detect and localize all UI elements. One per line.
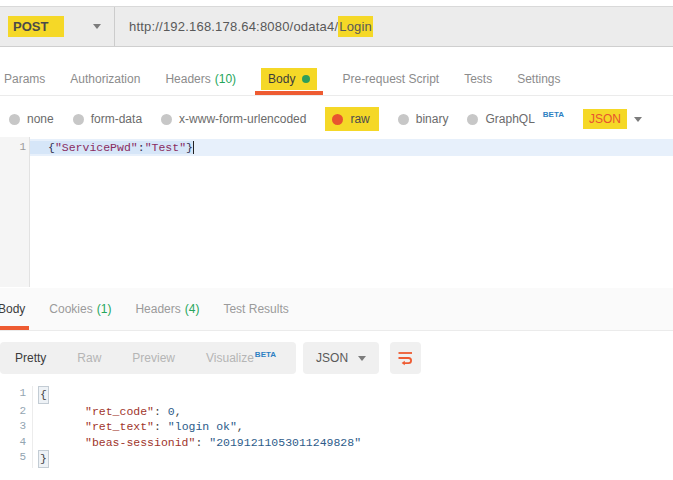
response-line: 5 } <box>0 450 673 468</box>
response-line: 2 "ret_code": 0, <box>0 404 673 420</box>
mode-raw[interactable]: raw <box>325 107 378 131</box>
view-raw[interactable]: Raw <box>77 351 101 365</box>
response-body-viewer[interactable]: 1 { 2 "ret_code": 0, 3 "ret_text": "logi… <box>0 386 673 468</box>
tab-tests[interactable]: Tests <box>464 62 492 95</box>
mode-label: raw <box>350 112 369 126</box>
line-number: 3 <box>0 419 33 435</box>
tab-pre-request-script[interactable]: Pre-request Script <box>342 62 439 95</box>
response-tab-body[interactable]: Body <box>0 288 25 330</box>
mode-label: none <box>27 112 54 126</box>
method-label: POST <box>8 16 64 37</box>
response-tab-headers[interactable]: Headers (4) <box>135 288 199 330</box>
line-number: 2 <box>0 404 33 420</box>
response-line: 3 "ret_text": "login ok", <box>0 419 673 435</box>
line-number: 1 <box>0 386 33 404</box>
tab-label: Headers <box>165 72 210 86</box>
view-visualize[interactable]: VisualizeBETA <box>206 351 276 365</box>
tab-label: Authorization <box>70 72 140 86</box>
format-label: JSON <box>316 351 348 365</box>
body-filled-dot-icon <box>302 75 310 83</box>
tab-label: Test Results <box>223 302 288 316</box>
editor-active-line: 1 {"ServicePwd":"Test"} <box>30 139 673 156</box>
url-text: http://192.168.178.64:8080/odata4/ <box>129 19 338 34</box>
mode-x-www-form-urlencoded[interactable]: x-www-form-urlencoded <box>161 112 306 126</box>
radio-icon <box>9 114 20 125</box>
headers-count-badge: (10) <box>215 72 236 86</box>
radio-icon <box>73 114 84 125</box>
line-number: 1 <box>0 139 26 156</box>
view-preview[interactable]: Preview <box>132 351 175 365</box>
graphql-beta-badge: BETA <box>543 110 564 119</box>
wrap-lines-button[interactable] <box>390 342 421 374</box>
text-cursor <box>193 141 194 154</box>
tab-authorization[interactable]: Authorization <box>70 62 140 95</box>
url-highlighted-segment: Login <box>338 16 373 37</box>
url-bar: POST http://192.168.178.64:8080/odata4/L… <box>0 6 673 47</box>
chevron-down-icon <box>93 24 101 29</box>
response-tab-bar: Body Cookies (1) Headers (4) Test Result… <box>0 288 673 331</box>
tab-label: Body <box>268 72 295 86</box>
view-pretty[interactable]: Pretty <box>15 351 46 365</box>
editor-gutter <box>0 137 30 287</box>
request-json-code: {"ServicePwd":"Test"} <box>30 141 194 154</box>
radio-icon <box>467 114 478 125</box>
radio-selected-icon <box>332 114 343 125</box>
cookies-count-badge: (1) <box>97 302 112 316</box>
line-number: 4 <box>0 435 33 451</box>
tab-label: Pre-request Script <box>342 72 439 86</box>
mode-label: form-data <box>91 112 142 126</box>
tab-label: Headers <box>135 302 180 316</box>
tab-body[interactable]: Body <box>261 62 317 95</box>
tab-settings[interactable]: Settings <box>517 62 560 95</box>
tab-label: Cookies <box>49 302 92 316</box>
response-tab-cookies[interactable]: Cookies (1) <box>49 288 111 330</box>
view-mode-segment: Pretty Raw Preview VisualizeBETA <box>0 342 296 374</box>
tab-headers[interactable]: Headers (10) <box>165 62 236 95</box>
mode-label: x-www-form-urlencoded <box>179 112 306 126</box>
tab-label: Params <box>4 72 45 86</box>
tab-params[interactable]: Params <box>4 62 45 95</box>
mode-binary[interactable]: binary <box>398 112 449 126</box>
raw-format-selector[interactable]: JSON <box>583 109 642 129</box>
chevron-down-icon <box>358 356 366 361</box>
response-line: 4 "beas-sessionid": "2019121105301124982… <box>0 435 673 451</box>
method-selector[interactable]: POST <box>0 7 115 46</box>
response-format-selector[interactable]: JSON <box>303 342 379 374</box>
mode-label: binary <box>416 112 449 126</box>
tab-label: Tests <box>464 72 492 86</box>
mode-graphql[interactable]: GraphQL BETA <box>467 112 564 126</box>
line-number: 5 <box>0 450 33 468</box>
mode-none[interactable]: none <box>9 112 54 126</box>
radio-icon <box>398 114 409 125</box>
visualize-beta-badge: BETA <box>255 350 276 359</box>
mode-label: GraphQL <box>485 112 534 126</box>
tab-label: Settings <box>517 72 560 86</box>
radio-icon <box>161 114 172 125</box>
format-label: JSON <box>583 109 627 129</box>
tab-label: Body <box>0 302 25 316</box>
request-tab-bar: Params Authorization Headers (10) Body P… <box>0 62 673 96</box>
headers-count-badge: (4) <box>185 302 200 316</box>
response-tab-test-results[interactable]: Test Results <box>223 288 288 330</box>
response-line: 1 { <box>0 386 673 404</box>
chevron-down-icon <box>634 117 642 122</box>
body-mode-row: none form-data x-www-form-urlencoded raw… <box>0 103 673 135</box>
url-input[interactable]: http://192.168.178.64:8080/odata4/Login <box>115 19 673 34</box>
request-body-editor[interactable]: 1 {"ServicePwd":"Test"} <box>0 137 673 287</box>
mode-form-data[interactable]: form-data <box>73 112 142 126</box>
response-toolbar: Pretty Raw Preview VisualizeBETA JSON <box>0 340 673 376</box>
wrap-lines-icon <box>397 350 414 366</box>
